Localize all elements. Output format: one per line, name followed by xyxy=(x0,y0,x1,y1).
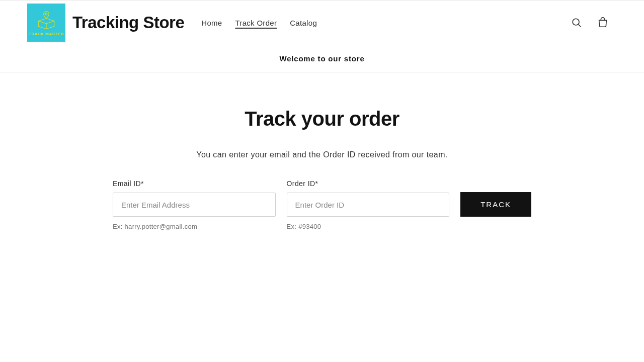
header-icons xyxy=(570,16,610,30)
main: Track your order You can enter your emai… xyxy=(80,72,564,250)
header: TRACK MASTER Tracking Store Home Track O… xyxy=(0,1,644,45)
order-input[interactable] xyxy=(287,193,450,217)
email-hint: Ex: harry.potter@gmail.com xyxy=(113,223,276,230)
nav: Home Track Order Catalog xyxy=(201,17,317,29)
svg-line-2 xyxy=(579,25,581,27)
welcome-banner: Welcome to our store xyxy=(0,45,644,72)
email-field-group: Email ID* Ex: harry.potter@gmail.com xyxy=(113,179,276,230)
svg-point-0 xyxy=(45,13,47,15)
order-field-group: Order ID* Ex: #93400 xyxy=(287,179,450,230)
order-label: Order ID* xyxy=(287,179,450,188)
cart-icon xyxy=(597,17,608,28)
search-button[interactable] xyxy=(570,16,584,30)
store-name[interactable]: Tracking Store xyxy=(72,13,184,32)
logo-tagline: TRACK MASTER xyxy=(29,32,64,36)
box-pin-icon xyxy=(36,10,57,31)
page-subtitle: You can enter your email and the Order I… xyxy=(93,150,551,159)
svg-point-1 xyxy=(573,19,579,25)
nav-track-order[interactable]: Track Order xyxy=(235,17,277,29)
page-title: Track your order xyxy=(93,108,551,130)
cart-button[interactable] xyxy=(596,16,610,30)
track-form: Email ID* Ex: harry.potter@gmail.com Ord… xyxy=(93,179,551,230)
order-hint: Ex: #93400 xyxy=(287,223,450,230)
nav-home[interactable]: Home xyxy=(201,17,222,29)
nav-catalog[interactable]: Catalog xyxy=(290,17,317,29)
email-label: Email ID* xyxy=(113,179,276,188)
track-button[interactable]: TRACK xyxy=(460,192,531,217)
search-icon xyxy=(571,17,582,28)
logo[interactable]: TRACK MASTER xyxy=(27,4,65,42)
email-input[interactable] xyxy=(113,193,276,217)
